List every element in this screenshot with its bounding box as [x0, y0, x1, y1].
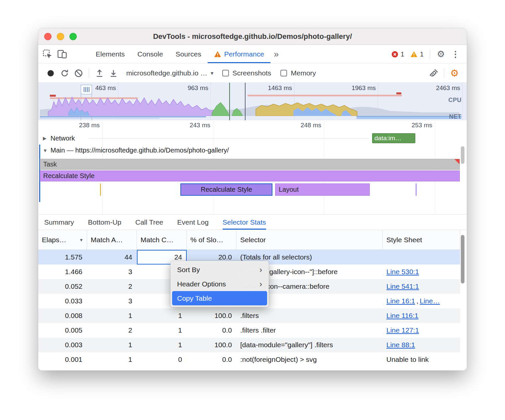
- overview-time-label: 1963 ms: [338, 84, 376, 92]
- style-sheet-link[interactable]: Line 16:1: [386, 297, 415, 305]
- cpu-label: CPU: [448, 97, 461, 104]
- recalculate-style-event[interactable]: Recalculate Style: [40, 170, 460, 181]
- network-event[interactable]: data:im…: [372, 133, 415, 143]
- table-header: Elaps… ▼ Match A… Match C… % of Slo… Sel…: [38, 230, 460, 250]
- net-activity-bar: [40, 116, 206, 117]
- style-sheet-link[interactable]: Line…: [420, 297, 440, 305]
- network-track-label[interactable]: Network: [50, 135, 75, 142]
- column-header-style-sheet[interactable]: Style Sheet: [383, 230, 460, 250]
- layout-event[interactable]: Layout: [275, 183, 370, 196]
- broom-icon: [429, 68, 439, 78]
- toolbar-divider: [430, 49, 430, 59]
- customize-devtools-button[interactable]: ⋮: [448, 45, 463, 63]
- disclosure-closed-icon[interactable]: ▶: [43, 136, 47, 141]
- tab-bottom-up[interactable]: Bottom-Up: [88, 215, 121, 230]
- traffic-lights: [44, 33, 77, 40]
- menu-item-sort-by[interactable]: Sort By ›: [172, 262, 267, 277]
- warning-badge[interactable]: 1: [410, 51, 424, 58]
- window-title: DevTools - microsoftedge.github.io/Demos…: [153, 32, 352, 41]
- style-sheet-link[interactable]: Line 127:1: [386, 326, 419, 334]
- recalculate-style-event-selected[interactable]: Recalculate Style: [180, 183, 272, 196]
- window-handle-left[interactable]: [81, 85, 92, 94]
- tab-selector-stats[interactable]: Selector Stats: [223, 215, 266, 230]
- style-sheet-link[interactable]: Line 530:1: [386, 268, 419, 276]
- context-menu: Sort By › Header Options › Copy Table: [170, 261, 269, 307]
- devtools-window: DevTools - microsoftedge.github.io/Demos…: [38, 28, 467, 370]
- column-header-selector[interactable]: Selector: [237, 230, 383, 250]
- tab-sources[interactable]: Sources: [169, 45, 208, 63]
- error-icon: [391, 51, 398, 58]
- record-and-reload-button[interactable]: [57, 66, 71, 80]
- load-profile-button[interactable]: [92, 66, 106, 80]
- bottom-tabbar: Summary Bottom-Up Call Tree Event Log Se…: [38, 214, 467, 230]
- kebab-menu-icon: ⋮: [451, 49, 460, 59]
- tab-elements[interactable]: Elements: [89, 45, 131, 63]
- flame-chart[interactable]: 238 ms 243 ms 248 ms 253 ms ▶ Network da…: [38, 120, 467, 214]
- memory-label: Memory: [291, 69, 316, 77]
- error-badge[interactable]: 1: [391, 51, 404, 58]
- warning-icon: [410, 51, 418, 57]
- more-tabs-icon: »: [274, 49, 279, 59]
- performance-warning-icon: [214, 51, 221, 57]
- net-label: NET: [449, 113, 462, 120]
- style-sheet-link[interactable]: Line 88:1: [386, 341, 415, 349]
- record-icon: [48, 70, 54, 76]
- tab-performance[interactable]: Performance: [208, 45, 270, 63]
- screenshots-label: Screenshots: [233, 69, 271, 77]
- overview-time-label: 1463 ms: [254, 84, 292, 92]
- settings-button[interactable]: ⚙: [434, 45, 448, 63]
- device-toolbar-button[interactable]: [55, 45, 69, 63]
- style-sheet-link[interactable]: Line 541:1: [386, 282, 419, 290]
- table-row[interactable]: 0.003 1 1 100.0 [data-module="gallery"] …: [38, 338, 460, 352]
- caret-down-icon: ▾: [211, 70, 214, 77]
- save-profile-button[interactable]: [106, 66, 120, 80]
- table-row[interactable]: 0.008 1 1 100.0 .filters Line 116:1: [38, 308, 460, 323]
- table-scrollbar-thumb[interactable]: [461, 235, 464, 283]
- overview-time-label: 963 ms: [170, 84, 208, 92]
- history-select[interactable]: microsoftedge.github.io … ▾: [126, 69, 214, 77]
- timeline-scrollbar-thumb[interactable]: [461, 146, 464, 164]
- style-sheet-link[interactable]: Line 116:1: [386, 312, 419, 320]
- history-selected-value: microsoftedge.github.io …: [126, 69, 207, 77]
- menu-item-copy-table[interactable]: Copy Table: [172, 291, 267, 305]
- table-row[interactable]: 0.001 1 0 0.0 :not(foreignObject) > svg …: [38, 352, 460, 367]
- column-header-elapsed[interactable]: Elaps… ▼: [38, 230, 87, 250]
- tab-summary[interactable]: Summary: [44, 215, 74, 230]
- link-separator: ,: [415, 297, 420, 305]
- disclosure-open-icon[interactable]: ▼: [43, 148, 48, 153]
- block-icon: [74, 69, 83, 78]
- column-header-slow-pct[interactable]: % of Slo…: [187, 230, 237, 250]
- submenu-chevron-icon: ›: [259, 265, 262, 274]
- timeline-overview[interactable]: 463 ms 963 ms 1463 ms 1963 ms 2463 ms CP…: [38, 83, 467, 120]
- toolbar-divider: [444, 68, 444, 78]
- device-toolbar-icon: [57, 49, 67, 59]
- performance-toolbar: microsoftedge.github.io … ▾ Screenshots …: [38, 64, 467, 83]
- timeline-ruler-label: 248 ms: [288, 122, 321, 129]
- net-activity-bar: [356, 116, 461, 119]
- tab-call-tree[interactable]: Call Tree: [135, 215, 163, 230]
- table-row[interactable]: 0.005 2 1 0.0 .filters .filter Line 127:…: [38, 323, 460, 338]
- capture-settings-button[interactable]: ⚙: [448, 66, 461, 80]
- screenshots-checkbox[interactable]: Screenshots: [222, 69, 271, 77]
- column-header-match-attempts[interactable]: Match A…: [87, 230, 137, 250]
- devtools-tabbar: Elements Console Sources Performance » 1…: [38, 45, 467, 63]
- clear-recording-button[interactable]: [71, 66, 85, 80]
- record-button[interactable]: [44, 66, 57, 80]
- more-tabs-button[interactable]: »: [270, 49, 282, 59]
- long-task-indicator-icon: [454, 159, 459, 164]
- inspect-element-button[interactable]: [40, 45, 55, 63]
- memory-checkbox[interactable]: Memory: [280, 69, 316, 77]
- gear-icon: ⚙: [437, 50, 445, 59]
- zoom-window-button[interactable]: [69, 33, 77, 40]
- collect-garbage-button[interactable]: [427, 66, 441, 80]
- close-window-button[interactable]: [44, 33, 51, 40]
- sort-desc-icon: ▼: [79, 238, 83, 243]
- minimize-window-button[interactable]: [57, 33, 64, 40]
- tab-console[interactable]: Console: [131, 45, 169, 63]
- task-event[interactable]: Task: [40, 159, 460, 170]
- column-header-match-count[interactable]: Match C…: [137, 230, 187, 250]
- tab-event-log[interactable]: Event Log: [177, 215, 209, 230]
- net-activity-bar: [40, 118, 159, 119]
- main-track-label[interactable]: Main — https://microsoftedge.github.io/D…: [50, 147, 229, 154]
- menu-item-header-options[interactable]: Header Options ›: [172, 277, 267, 291]
